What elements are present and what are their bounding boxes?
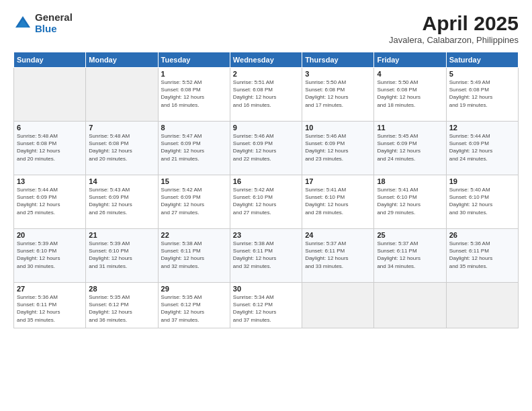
- table-cell: 17Sunrise: 5:41 AM Sunset: 6:10 PM Dayli…: [302, 175, 374, 229]
- day-info: Sunrise: 5:37 AM Sunset: 6:11 PM Dayligh…: [377, 240, 443, 270]
- day-info: Sunrise: 5:35 AM Sunset: 6:12 PM Dayligh…: [161, 293, 227, 324]
- day-info: Sunrise: 5:40 AM Sunset: 6:10 PM Dayligh…: [449, 186, 515, 216]
- day-number: 27: [17, 285, 83, 293]
- day-number: 28: [89, 285, 154, 293]
- day-number: 19: [449, 177, 515, 185]
- table-cell: 26Sunrise: 5:36 AM Sunset: 6:11 PM Dayli…: [446, 229, 518, 283]
- table-cell: 5Sunrise: 5:49 AM Sunset: 6:08 PM Daylig…: [446, 68, 518, 122]
- table-cell: 18Sunrise: 5:41 AM Sunset: 6:10 PM Dayli…: [374, 175, 446, 229]
- day-number: 4: [377, 70, 443, 78]
- day-number: 8: [161, 124, 227, 132]
- table-cell: 19Sunrise: 5:40 AM Sunset: 6:10 PM Dayli…: [446, 175, 518, 229]
- day-number: 17: [305, 177, 371, 185]
- page: General Blue April 2025 Javalera, Calaba…: [0, 0, 532, 411]
- table-cell: 30Sunrise: 5:34 AM Sunset: 6:12 PM Dayli…: [230, 283, 302, 328]
- calendar-header-row: Sunday Monday Tuesday Wednesday Thursday…: [14, 52, 519, 68]
- day-number: 18: [377, 177, 443, 185]
- day-info: Sunrise: 5:44 AM Sunset: 6:09 PM Dayligh…: [17, 186, 83, 216]
- day-info: Sunrise: 5:46 AM Sunset: 6:09 PM Dayligh…: [233, 132, 299, 163]
- logo-blue: Blue: [35, 24, 73, 35]
- logo-text: General Blue: [35, 12, 73, 34]
- table-cell: 27Sunrise: 5:36 AM Sunset: 6:11 PM Dayli…: [14, 283, 86, 328]
- col-sunday: Sunday: [14, 52, 86, 68]
- day-number: 16: [233, 177, 299, 185]
- day-info: Sunrise: 5:34 AM Sunset: 6:12 PM Dayligh…: [233, 293, 299, 324]
- day-number: 2: [233, 70, 299, 78]
- day-info: Sunrise: 5:35 AM Sunset: 6:12 PM Dayligh…: [89, 293, 154, 324]
- day-info: Sunrise: 5:39 AM Sunset: 6:10 PM Dayligh…: [17, 240, 83, 270]
- day-number: 13: [17, 177, 83, 185]
- table-cell: 20Sunrise: 5:39 AM Sunset: 6:10 PM Dayli…: [14, 229, 86, 283]
- table-cell: 13Sunrise: 5:44 AM Sunset: 6:09 PM Dayli…: [14, 175, 86, 229]
- logo: General Blue: [13, 12, 73, 34]
- table-cell: 3Sunrise: 5:50 AM Sunset: 6:08 PM Daylig…: [302, 68, 374, 122]
- day-info: Sunrise: 5:50 AM Sunset: 6:08 PM Dayligh…: [377, 79, 443, 109]
- table-cell: 16Sunrise: 5:42 AM Sunset: 6:10 PM Dayli…: [230, 175, 302, 229]
- day-info: Sunrise: 5:47 AM Sunset: 6:09 PM Dayligh…: [161, 132, 227, 163]
- table-cell: 29Sunrise: 5:35 AM Sunset: 6:12 PM Dayli…: [158, 283, 230, 328]
- table-cell: 1Sunrise: 5:52 AM Sunset: 6:08 PM Daylig…: [158, 68, 230, 122]
- title-block: April 2025 Javalera, Calabarzon, Philipp…: [389, 12, 519, 45]
- day-info: Sunrise: 5:39 AM Sunset: 6:10 PM Dayligh…: [89, 240, 154, 270]
- table-cell: 7Sunrise: 5:48 AM Sunset: 6:08 PM Daylig…: [86, 122, 158, 175]
- day-info: Sunrise: 5:36 AM Sunset: 6:11 PM Dayligh…: [17, 293, 83, 324]
- table-cell: [374, 283, 446, 328]
- day-number: 9: [233, 124, 299, 132]
- table-cell: 12Sunrise: 5:44 AM Sunset: 6:09 PM Dayli…: [446, 122, 518, 175]
- day-number: 11: [377, 124, 443, 132]
- day-number: 6: [17, 124, 83, 132]
- table-cell: [14, 68, 86, 122]
- day-info: Sunrise: 5:36 AM Sunset: 6:11 PM Dayligh…: [449, 240, 515, 270]
- table-cell: 15Sunrise: 5:42 AM Sunset: 6:09 PM Dayli…: [158, 175, 230, 229]
- day-info: Sunrise: 5:48 AM Sunset: 6:08 PM Dayligh…: [89, 132, 154, 163]
- day-number: 30: [233, 285, 299, 293]
- day-number: 7: [89, 124, 154, 132]
- day-number: 1: [161, 70, 227, 78]
- day-number: 24: [305, 231, 371, 239]
- calendar: Sunday Monday Tuesday Wednesday Thursday…: [13, 52, 519, 328]
- table-cell: [86, 68, 158, 122]
- col-tuesday: Tuesday: [158, 52, 230, 68]
- table-cell: 8Sunrise: 5:47 AM Sunset: 6:09 PM Daylig…: [158, 122, 230, 175]
- table-cell: 9Sunrise: 5:46 AM Sunset: 6:09 PM Daylig…: [230, 122, 302, 175]
- table-cell: 22Sunrise: 5:38 AM Sunset: 6:11 PM Dayli…: [158, 229, 230, 283]
- table-cell: 28Sunrise: 5:35 AM Sunset: 6:12 PM Dayli…: [86, 283, 158, 328]
- col-wednesday: Wednesday: [230, 52, 302, 68]
- day-info: Sunrise: 5:50 AM Sunset: 6:08 PM Dayligh…: [305, 79, 371, 109]
- day-info: Sunrise: 5:51 AM Sunset: 6:08 PM Dayligh…: [233, 79, 299, 109]
- table-cell: [302, 283, 374, 328]
- day-number: 20: [17, 231, 83, 239]
- table-cell: [446, 283, 518, 328]
- day-info: Sunrise: 5:45 AM Sunset: 6:09 PM Dayligh…: [377, 132, 443, 163]
- day-info: Sunrise: 5:46 AM Sunset: 6:09 PM Dayligh…: [305, 132, 371, 163]
- day-info: Sunrise: 5:37 AM Sunset: 6:11 PM Dayligh…: [305, 240, 371, 270]
- day-number: 26: [449, 231, 515, 239]
- col-monday: Monday: [86, 52, 158, 68]
- table-cell: 4Sunrise: 5:50 AM Sunset: 6:08 PM Daylig…: [374, 68, 446, 122]
- day-info: Sunrise: 5:44 AM Sunset: 6:09 PM Dayligh…: [449, 132, 515, 163]
- day-info: Sunrise: 5:38 AM Sunset: 6:11 PM Dayligh…: [233, 240, 299, 270]
- day-number: 10: [305, 124, 371, 132]
- logo-icon: [13, 14, 32, 33]
- col-saturday: Saturday: [446, 52, 518, 68]
- day-number: 29: [161, 285, 227, 293]
- table-cell: 21Sunrise: 5:39 AM Sunset: 6:10 PM Dayli…: [86, 229, 158, 283]
- day-number: 3: [305, 70, 371, 78]
- table-cell: 24Sunrise: 5:37 AM Sunset: 6:11 PM Dayli…: [302, 229, 374, 283]
- day-number: 15: [161, 177, 227, 185]
- col-thursday: Thursday: [302, 52, 374, 68]
- table-cell: 23Sunrise: 5:38 AM Sunset: 6:11 PM Dayli…: [230, 229, 302, 283]
- day-info: Sunrise: 5:42 AM Sunset: 6:10 PM Dayligh…: [233, 186, 299, 216]
- day-info: Sunrise: 5:52 AM Sunset: 6:08 PM Dayligh…: [161, 79, 227, 109]
- day-info: Sunrise: 5:41 AM Sunset: 6:10 PM Dayligh…: [377, 186, 443, 216]
- header: General Blue April 2025 Javalera, Calaba…: [13, 12, 519, 45]
- day-number: 22: [161, 231, 227, 239]
- day-info: Sunrise: 5:49 AM Sunset: 6:08 PM Dayligh…: [449, 79, 515, 109]
- col-friday: Friday: [374, 52, 446, 68]
- table-cell: 14Sunrise: 5:43 AM Sunset: 6:09 PM Dayli…: [86, 175, 158, 229]
- table-cell: 11Sunrise: 5:45 AM Sunset: 6:09 PM Dayli…: [374, 122, 446, 175]
- day-number: 14: [89, 177, 154, 185]
- day-info: Sunrise: 5:38 AM Sunset: 6:11 PM Dayligh…: [161, 240, 227, 270]
- day-number: 21: [89, 231, 154, 239]
- day-info: Sunrise: 5:43 AM Sunset: 6:09 PM Dayligh…: [89, 186, 154, 216]
